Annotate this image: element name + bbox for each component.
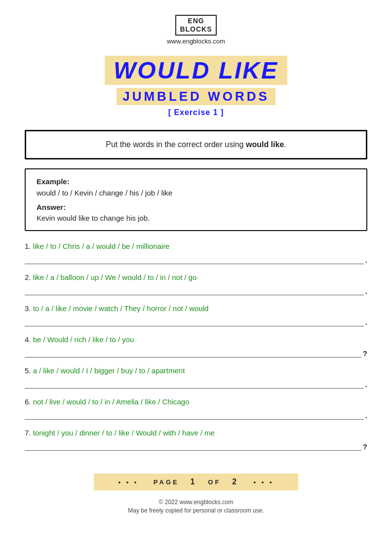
answer-line-row-4: ?	[25, 347, 367, 357]
dots-right: • • •	[254, 478, 274, 486]
question-item-2: 2. like / a / balloon / up / We / would …	[25, 273, 367, 295]
answer-label: Answer:	[37, 203, 355, 211]
question-text-4: 4. be / Would / rich / like / to / you	[25, 335, 367, 344]
answer-line-row-7: ?	[25, 440, 367, 451]
answer-line-row-5: .	[25, 378, 367, 389]
instruction-text-after: .	[284, 140, 286, 149]
answer-line-row-6: .	[25, 409, 367, 420]
answer-line-5	[25, 378, 364, 389]
q-num-6: 6.	[25, 397, 33, 406]
line-end-1: .	[365, 256, 367, 264]
answer-line-4	[25, 347, 361, 357]
page-number: 1	[191, 477, 197, 486]
q-num-5: 5.	[25, 366, 33, 375]
instruction-box: Put the words in the correct order using…	[25, 130, 367, 159]
page-label: PAGE	[154, 478, 179, 486]
answer-text: Kevin would like to change his job.	[37, 214, 355, 222]
q-words-1: like / to / Chris / a / would / be / mil…	[33, 242, 170, 250]
answer-line-row-3: .	[25, 316, 367, 326]
of-label: OF	[208, 478, 221, 486]
question-text-5: 5. a / like / would / I / bigger / buy /…	[25, 366, 367, 375]
instruction-text-bold: would like	[246, 140, 284, 149]
line-end-7: ?	[363, 442, 367, 451]
q-words-5: a / like / would / I / bigger / buy / to…	[33, 366, 185, 375]
question-item-7: 7. tonight / you / dinner / to / like / …	[25, 429, 367, 451]
answer-line-row-2: .	[25, 284, 367, 295]
line-end-3: .	[365, 318, 367, 326]
q-num-3: 3.	[25, 304, 33, 313]
question-item-6: 6. not / live / would / to / in / Amelia…	[25, 397, 367, 420]
question-text-3: 3. to / a / like / movie / watch / They …	[25, 304, 367, 313]
answer-line-row-1: .	[25, 253, 367, 264]
question-item-3: 3. to / a / like / movie / watch / They …	[25, 304, 367, 326]
answer-line-2	[25, 284, 364, 295]
line-end-6: .	[365, 411, 367, 420]
q-num-1: 1.	[25, 242, 33, 250]
page-total: 2	[232, 477, 238, 486]
answer-line-3	[25, 316, 364, 326]
footer: © 2022 www.engblocks.com May be freely c…	[128, 497, 264, 514]
logo-line1: ENG	[180, 17, 212, 25]
license-text: May be freely copied for personal or cla…	[128, 507, 264, 514]
copyright-text: © 2022 www.engblocks.com	[128, 499, 264, 506]
question-text-1: 1. like / to / Chris / a / would / be / …	[25, 242, 367, 250]
logo-line2: BLOCKS	[180, 25, 212, 34]
question-item-4: 4. be / Would / rich / like / to / you ?	[25, 335, 367, 357]
q-words-4: be / Would / rich / like / to / you	[33, 335, 134, 344]
page: ENG BLOCKS www.engblocks.com WOULD LIKE …	[0, 0, 392, 553]
logo-box: ENG BLOCKS	[175, 15, 216, 36]
example-label: Example:	[37, 177, 355, 186]
q-words-2: like / a / balloon / up / We / would / t…	[33, 273, 197, 281]
questions-section: 1. like / to / Chris / a / would / be / …	[25, 242, 367, 460]
answer-line-6	[25, 409, 364, 420]
exercise-label: [ Exercise 1 ]	[168, 108, 224, 117]
answer-line-1	[25, 253, 364, 264]
logo-area: ENG BLOCKS www.engblocks.com	[167, 15, 225, 45]
page-indicator: • • • PAGE 1 OF 2 • • •	[94, 474, 299, 490]
example-box: Example: would / to / Kevin / change / h…	[25, 168, 367, 231]
line-end-5: .	[365, 380, 367, 389]
sub-title: JUMBLED WORDS	[117, 88, 275, 105]
q-num-7: 7.	[25, 429, 33, 437]
q-words-7: tonight / you / dinner / to / like / Wou…	[33, 429, 215, 437]
question-text-2: 2. like / a / balloon / up / We / would …	[25, 273, 367, 281]
example-words: would / to / Kevin / change / his / job …	[37, 189, 355, 197]
question-item-5: 5. a / like / would / I / bigger / buy /…	[25, 366, 367, 389]
question-text-6: 6. not / live / would / to / in / Amelia…	[25, 397, 367, 406]
q-num-2: 2.	[25, 273, 33, 281]
logo-website: www.engblocks.com	[167, 38, 225, 45]
question-text-7: 7. tonight / you / dinner / to / like / …	[25, 429, 367, 437]
main-title: WOULD LIKE	[105, 56, 287, 85]
dots-left: • • •	[118, 478, 139, 486]
question-item-1: 1. like / to / Chris / a / would / be / …	[25, 242, 367, 264]
answer-line-7	[25, 440, 361, 451]
q-words-3: to / a / like / movie / watch / They / h…	[33, 304, 209, 313]
q-words-6: not / live / would / to / in / Amelia / …	[33, 397, 190, 406]
q-num-4: 4.	[25, 335, 33, 344]
line-end-4: ?	[363, 349, 367, 357]
line-end-2: .	[365, 287, 367, 295]
instruction-text-before: Put the words in the correct order using	[106, 140, 246, 149]
